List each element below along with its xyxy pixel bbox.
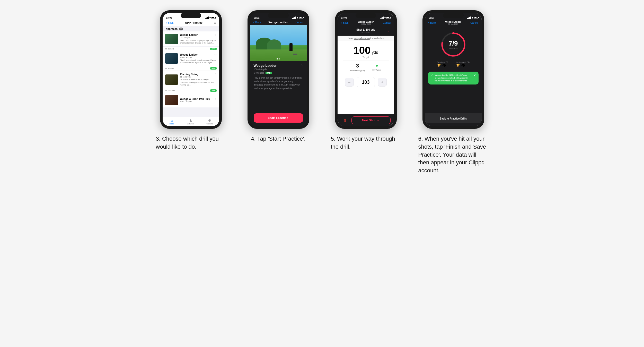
prev-shot-arrow[interactable]: ←: [341, 28, 347, 34]
phone3-drill1-name: Wedge Ladder: [180, 33, 198, 36]
phone6-nav-title: Wedge Ladder: [445, 21, 461, 23]
delete-shot-button[interactable]: 🗑: [341, 116, 349, 124]
phone3-notch: [181, 13, 201, 18]
phone3-back[interactable]: < Back: [166, 21, 174, 24]
phone6-cancel[interactable]: Cancel: [470, 21, 478, 24]
increment-button[interactable]: +: [378, 78, 387, 87]
phone4-nav: < Back Wedge Ladder Cancel: [250, 20, 307, 25]
success-toast: ✓ 'Wedge Ladder (100–140 yds)' was creat…: [428, 72, 479, 84]
step3-column: 13:02 ▾ < Back APP P: [152, 10, 230, 151]
dot2: [279, 58, 280, 60]
p6-sb1: [467, 18, 468, 19]
phone3-section-label: Approach: [166, 28, 178, 30]
phone6-status-icons: ▾: [467, 16, 478, 19]
p6-sb4: [470, 16, 471, 19]
tab-activities-label: Activities: [187, 123, 195, 125]
phone3-drill2-badge: APP: [210, 67, 216, 70]
decrement-button[interactable]: −: [345, 78, 354, 87]
phone3-drill1-img: [165, 34, 178, 44]
previous-pb: Previous PB 🏆 -/9: [437, 61, 448, 67]
phone6-back[interactable]: < Back: [428, 21, 436, 24]
phone3-wifi: ▾: [209, 16, 211, 19]
tab-activities[interactable]: ♟ Activities: [181, 118, 200, 125]
target-display: 100 yds Target: [338, 41, 394, 61]
phone5-status-icons: ▾: [380, 16, 391, 19]
phone3-drill1[interactable]: Wedge Ladder ☆ 50–100 yds Play 1 shot at…: [163, 31, 219, 46]
dot1: [277, 58, 278, 60]
p6-sb3: [469, 17, 470, 19]
phone3-drill3-shots: ⊙ 10 shots: [165, 89, 175, 92]
phone3-drill4[interactable]: Wedge & Short Iron Play ☆ 100–140 yds: [163, 93, 219, 107]
phone5-cancel[interactable]: Cancel: [383, 21, 391, 24]
hit-target-label: Hit Target: [373, 69, 381, 71]
previous-pb-value: 🏆 -/9: [437, 63, 448, 67]
phone4-cancel[interactable]: Cancel: [295, 21, 303, 24]
start-practice-button[interactable]: Start Practice: [254, 113, 303, 123]
phone3-drill1-info: Wedge Ladder ☆ 50–100 yds Play 1 shot at…: [180, 33, 217, 44]
phone5-notch: [356, 13, 376, 18]
phone6-time: 13:03: [429, 16, 435, 19]
phone5-battery: [386, 17, 391, 19]
phone3-drill2[interactable]: Wedge Ladder ☆ 100–140 yds Play 1 shot a…: [163, 51, 219, 66]
step5-caption: 5. Work your way through the drill.: [330, 135, 402, 151]
step3-caption: 3. Choose which drill you would like to …: [155, 135, 227, 151]
tab-home[interactable]: ⌂ Home: [163, 118, 181, 125]
p5-sb1: [380, 18, 381, 19]
phone4-time: 13:02: [254, 16, 260, 19]
phone3-tab-bar: ⌂ Home ♟ Activities ⊕ Capture: [163, 117, 219, 126]
target-unit: yds: [372, 50, 378, 55]
phone3-drill1-star[interactable]: ☆: [214, 33, 217, 36]
toast-close-button[interactable]: ✕: [473, 74, 476, 77]
phone5-signal: [380, 16, 384, 19]
phone4-star[interactable]: ☆: [300, 64, 303, 67]
phone4-back[interactable]: < Back: [253, 21, 261, 24]
phone3-drill3-range: 55–100 yds: [180, 76, 217, 78]
phone3-title: APP Practice: [185, 21, 202, 24]
p5-sb2: [381, 18, 382, 19]
step4-column: 13:02 ▾ < Back Wedge: [240, 10, 317, 143]
phone4-btn-area: Start Practice: [250, 111, 307, 126]
phone4-card-title: Wedge Ladder: [254, 64, 277, 67]
phone3-menu[interactable]: ≡: [214, 21, 216, 25]
pb-row: Previous PB 🏆 -/9 Last month PB 🏆 -/9: [432, 59, 475, 70]
hit-target-item: ● Hit Target: [373, 63, 381, 72]
phone3-drill3-info: Pitching String ☆ 55–100 yds Hit 1 shot …: [180, 73, 217, 86]
phone3-drill3-name: Pitching String: [180, 73, 198, 76]
phone3-drill2-footer: ⊙ 9 shots APP: [163, 66, 219, 71]
next-shot-button[interactable]: Next Shot →: [351, 116, 391, 124]
golf-bag: [293, 54, 297, 55]
score-circle: 7/9 Total Score: [439, 30, 467, 59]
signal-bar3: [207, 17, 208, 19]
phone3-drill3[interactable]: Pitching String ☆ 55–100 yds Hit 1 shot …: [163, 71, 219, 88]
shot-score: Score 5/9: [356, 31, 375, 33]
phone3-drill1-range: 50–100 yds: [180, 36, 217, 39]
input-row: − 103 +: [343, 74, 389, 90]
phone3-drill4-star[interactable]: ☆: [214, 98, 217, 100]
phone4-wifi: ▾: [297, 16, 298, 19]
last-month-pb-value: 🏆 -/9: [456, 63, 469, 67]
back-btn-area: Back to Practice Drills: [425, 113, 482, 123]
p5-sb4: [383, 16, 384, 19]
phone6-nav: < Back Wedge Ladder 06 Mar 2023 Cancel: [425, 20, 482, 26]
phone3-drill1-badge: APP: [210, 48, 216, 50]
phone3-section-count: 7: [179, 28, 183, 30]
next-shot-arrow[interactable]: →: [385, 28, 391, 34]
back-to-drills-button[interactable]: Back to Practice Drills: [440, 117, 467, 120]
phone3-drill3-img: [165, 74, 178, 85]
tab-capture[interactable]: ⊕ Capture: [200, 118, 219, 125]
phone5-nav-date: 06 Mar 2023: [358, 23, 374, 25]
signal-bar1: [205, 18, 206, 19]
phone4-inner: 13:02 ▾ < Back Wedge: [250, 13, 307, 126]
phone5-back[interactable]: < Back: [341, 21, 349, 24]
image-dots: [277, 58, 280, 60]
phone4-card-range: 100–140 yds: [254, 68, 303, 71]
phone3-drill2-star[interactable]: ☆: [214, 53, 217, 56]
phone3-section-header: Approach 7: [163, 26, 219, 31]
phone5-body: Enter carry distance for each shot 100 y…: [338, 36, 394, 114]
input-display[interactable]: 103: [357, 77, 375, 87]
p4-signal-bar3: [294, 17, 295, 19]
last-month-pb: Last month PB 🏆 -/9: [456, 61, 469, 67]
phone5-nav: < Back Wedge Ladder 06 Mar 2023 Cancel: [338, 20, 394, 26]
phone4-signal: [292, 16, 296, 19]
phone3-drill3-star[interactable]: ☆: [214, 73, 217, 76]
